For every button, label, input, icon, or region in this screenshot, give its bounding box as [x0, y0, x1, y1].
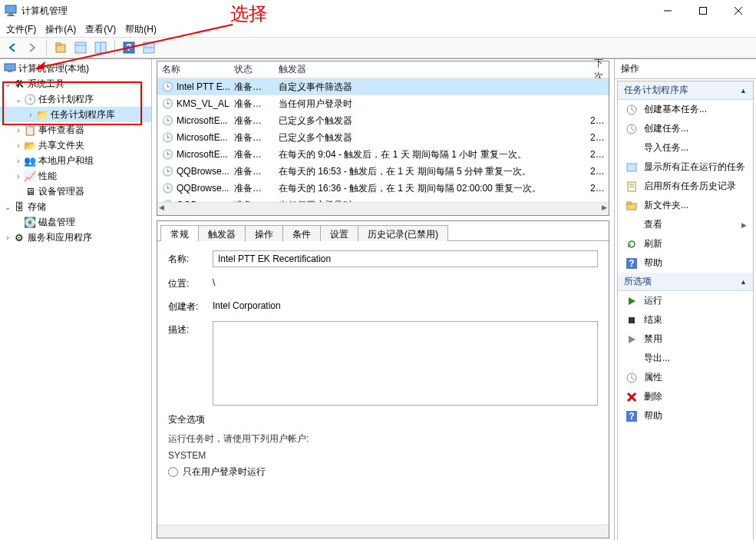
task-detail: 常规 触发器 操作 条件 设置 历史记录(已禁用) 名称: 位置: \ 创建者: — [157, 220, 609, 538]
tree-storage[interactable]: ⌄ 🗄 存储 — [0, 199, 151, 214]
tab-settings[interactable]: 设置 — [320, 225, 358, 241]
menubar: 文件(F) 操作(A) 查看(V) 帮助(H) — [0, 22, 756, 37]
action-view[interactable]: 查看▶ — [618, 215, 753, 234]
tree-pane[interactable]: 计算机管理(本地) ⌄ 🛠 系统工具 ⌄ 🕒 任务计划程序 › 📁 任务计划程序… — [0, 59, 152, 540]
tree-diskmgmt[interactable]: › 💽 磁盘管理 — [0, 214, 151, 230]
task-row[interactable]: 🕒KMS_VL_ALL准备就绪当任何用户登录时 — [157, 95, 609, 112]
action-basic-task[interactable]: 创建基本任务... — [618, 100, 753, 119]
tab-triggers[interactable]: 触发器 — [198, 225, 246, 241]
action-end[interactable]: 结束 — [618, 310, 753, 330]
tree-scheduler[interactable]: ⌄ 🕒 任务计划程序 — [0, 91, 151, 107]
close-button[interactable] — [721, 0, 756, 22]
twisty-closed-icon[interactable]: › — [26, 111, 35, 119]
twisty-open-icon[interactable]: ⌄ — [3, 203, 12, 211]
action-props[interactable]: 属性 — [618, 368, 753, 387]
task-row[interactable]: 🕒MicrosoftE...准备就绪已定义多个触发器202 — [157, 112, 609, 129]
col-name[interactable]: 名称 — [157, 63, 229, 76]
maximize-button[interactable] — [685, 0, 721, 22]
collapse-icon: ▲ — [740, 278, 747, 286]
tree-eventviewer[interactable]: › 📋 事件查看器 — [0, 122, 151, 137]
actions-group-selected[interactable]: 所选项 ▲ — [618, 273, 753, 291]
menu-view[interactable]: 查看(V) — [85, 23, 116, 36]
action-import[interactable]: 导入任务... — [618, 138, 753, 157]
shared-icon: 📂 — [24, 139, 36, 151]
security-header: 安全选项 — [168, 413, 598, 426]
minimize-button[interactable] — [650, 0, 685, 22]
toolbar-btn-3[interactable] — [93, 40, 108, 55]
tree-systools[interactable]: ⌄ 🛠 系统工具 — [0, 76, 151, 91]
tab-general[interactable]: 常规 — [160, 225, 199, 241]
tree-performance[interactable]: › 📈 性能 — [0, 168, 151, 184]
task-row[interactable]: 🕒QQBrowse...准备就绪在每天的 16:36 - 触发后，在 1 天 期… — [157, 180, 609, 197]
nav-back-button[interactable] — [5, 40, 20, 55]
svg-rect-11 — [75, 42, 86, 53]
twisty-closed-icon[interactable]: › — [14, 126, 23, 134]
disable-icon — [626, 333, 638, 346]
task-row[interactable]: 🕒Intel PTT E...准备就绪自定义事件筛选器 — [157, 78, 609, 95]
action-history[interactable]: 启用所有任务历史记录 — [618, 177, 753, 196]
nav-forward-button[interactable] — [25, 40, 40, 55]
action-export[interactable]: 导出... — [618, 349, 753, 368]
props-icon — [626, 372, 638, 384]
clock-icon: 🕒 — [162, 149, 173, 160]
tree-scheduler-library[interactable]: › 📁 任务计划程序库 — [0, 107, 151, 122]
task-row[interactable]: 🕒MicrosoftE...准备就绪已定义多个触发器202 — [157, 129, 609, 146]
task-row[interactable]: 🕒QQBrowse...准备就绪当任何用户登录时 — [157, 197, 609, 202]
view-icon — [626, 219, 638, 231]
twisty-closed-icon[interactable]: › — [3, 234, 12, 242]
tree-services[interactable]: › ⚙ 服务和应用程序 — [0, 230, 151, 245]
twisty-closed-icon[interactable]: › — [14, 172, 23, 181]
radio-loggedon[interactable]: 只在用户登录时运行 — [168, 465, 598, 479]
action-running[interactable]: 显示所有正在运行的任务 — [618, 157, 753, 177]
twisty-closed-icon[interactable]: › — [14, 157, 23, 165]
name-field[interactable] — [213, 250, 598, 267]
tree-devicemgr[interactable]: › 🖥 设备管理器 — [0, 184, 151, 199]
tab-actions[interactable]: 操作 — [245, 225, 283, 241]
name-label: 名称: — [168, 250, 213, 266]
help-icon: ? — [626, 257, 638, 270]
description-label: 描述: — [168, 321, 213, 336]
detail-horizontal-scrollbar[interactable] — [157, 525, 609, 538]
toolbar-btn-5[interactable] — [141, 40, 157, 55]
run-icon — [626, 295, 638, 307]
tree-localusers[interactable]: › 👥 本地用户和组 — [0, 153, 151, 168]
action-delete[interactable]: 删除 — [618, 387, 753, 406]
action-refresh[interactable]: 刷新 — [618, 234, 753, 253]
tab-history[interactable]: 历史记录(已禁用) — [358, 225, 448, 241]
action-help[interactable]: ?帮助 — [618, 253, 753, 273]
app-icon — [5, 5, 17, 17]
description-field[interactable] — [213, 321, 598, 406]
action-task[interactable]: 创建任务... — [618, 119, 753, 138]
menu-help[interactable]: 帮助(H) — [125, 23, 157, 36]
action-disable[interactable]: 禁用 — [618, 330, 753, 349]
col-status[interactable]: 状态 — [229, 63, 274, 76]
toolbar-btn-1[interactable] — [53, 40, 68, 55]
tab-conditions[interactable]: 条件 — [282, 225, 321, 241]
twisty-closed-icon[interactable]: › — [14, 141, 23, 150]
titlebar: 计算机管理 — [0, 0, 756, 22]
tree-root[interactable]: 计算机管理(本地) — [0, 61, 151, 76]
actions-group-library[interactable]: 任务计划程序库 ▲ — [618, 81, 753, 100]
clock-icon: 🕒 — [162, 115, 173, 126]
task-row[interactable]: 🕒MicrosoftE...准备就绪在每天的 9:04 - 触发后，在 1 天 … — [157, 146, 609, 163]
action-new-folder[interactable]: 新文件夹... — [618, 196, 753, 215]
twisty-open-icon[interactable]: ⌄ — [14, 95, 23, 104]
location-label: 位置: — [168, 275, 213, 290]
twisty-open-icon[interactable]: ⌄ — [3, 80, 12, 88]
horizontal-scrollbar[interactable] — [157, 202, 609, 215]
toolbar-btn-2[interactable] — [73, 40, 88, 55]
menu-action[interactable]: 操作(A) — [45, 23, 76, 36]
toolbar: ? — [0, 37, 756, 58]
action-help[interactable]: ?帮助 — [618, 406, 753, 426]
task-row[interactable]: 🕒QQBrowse...准备就绪在每天的 16:53 - 触发后，在 1 天 期… — [157, 163, 609, 180]
action-run[interactable]: 运行 — [618, 291, 753, 310]
toolbar-help-button[interactable]: ? — [121, 40, 137, 55]
radio-loggedon-input[interactable] — [168, 467, 178, 477]
menu-file[interactable]: 文件(F) — [6, 23, 36, 36]
tree-sharedfolders[interactable]: › 📂 共享文件夹 — [0, 137, 151, 153]
task-list[interactable]: 名称 状态 触发器 下次 🕒Intel PTT E...准备就绪自定义事件筛选器… — [157, 61, 609, 216]
col-trigger[interactable]: 触发器 — [274, 63, 586, 76]
svg-rect-10 — [56, 43, 61, 45]
folder-icon: 📁 — [36, 108, 48, 121]
clock-icon: 🕒 — [162, 183, 173, 194]
